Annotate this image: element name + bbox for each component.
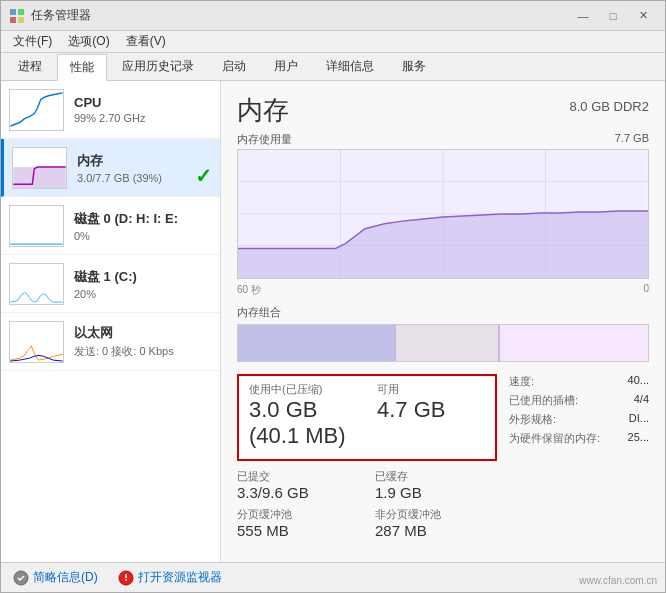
nonpaged-pool-value: 287 MB: [375, 522, 497, 539]
svg-point-16: [125, 579, 127, 581]
minimize-button[interactable]: —: [569, 5, 597, 27]
detail-title: 内存: [237, 93, 289, 128]
disk1-info: 磁盘 1 (C:) 20%: [74, 268, 212, 300]
comp-used-segment: [238, 325, 394, 361]
check-icon: ✓: [195, 164, 212, 188]
maximize-button[interactable]: □: [599, 5, 627, 27]
speed-row: 速度: 40...: [509, 374, 649, 389]
nonpaged-pool-stat: 非分页缓冲池 287 MB: [375, 507, 497, 539]
time-label-left: 60 秒: [237, 283, 261, 297]
tab-users[interactable]: 用户: [261, 53, 311, 80]
disk1-name: 磁盘 1 (C:): [74, 268, 212, 286]
comp-free-segment: [500, 325, 648, 361]
primary-stats-box: 使用中(已压缩) 3.0 GB (40.1 MB) 可用 4.7 GB: [237, 374, 497, 461]
title-bar-left: 任务管理器: [9, 7, 91, 24]
pool-stats-row: 分页缓冲池 555 MB 非分页缓冲池 287 MB: [237, 507, 497, 539]
tab-app-history[interactable]: 应用历史记录: [109, 53, 207, 80]
comp-standby-segment: [396, 325, 499, 361]
slots-row: 已使用的插槽: 4/4: [509, 393, 649, 408]
detail-stats-container: 使用中(已压缩) 3.0 GB (40.1 MB) 可用 4.7 GB: [237, 374, 649, 545]
chart-usage-label: 内存使用量: [237, 132, 292, 147]
available-stat: 可用 4.7 GB: [377, 382, 485, 449]
chart-usage-value: 7.7 GB: [615, 132, 649, 147]
used-label: 使用中(已压缩): [249, 382, 357, 397]
tab-process[interactable]: 进程: [5, 53, 55, 80]
tab-performance[interactable]: 性能: [57, 54, 107, 81]
committed-label: 已提交: [237, 469, 359, 484]
title-controls: — □ ✕: [569, 5, 657, 27]
cached-value: 1.9 GB: [375, 484, 497, 501]
sidebar-item-cpu[interactable]: CPU 99% 2.70 GHz: [1, 81, 220, 139]
app-icon: [9, 8, 25, 24]
cpu-thumbnail: [9, 89, 64, 131]
right-stats: 速度: 40... 已使用的插槽: 4/4 外形规格: DI... 为硬件保留的…: [509, 374, 649, 545]
detail-header: 内存 8.0 GB DDR2: [237, 93, 649, 128]
summary-link[interactable]: 简略信息(D): [13, 569, 98, 586]
sidebar-item-memory[interactable]: 内存 3.0/7.7 GB (39%) ✓: [1, 139, 220, 197]
speed-label: 速度:: [509, 374, 534, 389]
cpu-info: CPU 99% 2.70 GHz: [74, 95, 212, 124]
paged-pool-stat: 分页缓冲池 555 MB: [237, 507, 359, 539]
disk0-value: 0%: [74, 230, 212, 242]
disk0-info: 磁盘 0 (D: H: I: E: 0%: [74, 210, 212, 242]
monitor-label: 打开资源监视器: [138, 569, 222, 586]
close-button[interactable]: ✕: [629, 5, 657, 27]
speed-value: 40...: [628, 374, 649, 389]
committed-value: 3.3/9.6 GB: [237, 484, 359, 501]
task-manager-window: 任务管理器 — □ ✕ 文件(F) 选项(O) 查看(V) 进程 性能 应用历史…: [0, 0, 666, 593]
sidebar-item-disk1[interactable]: 磁盘 1 (C:) 20%: [1, 255, 220, 313]
svg-rect-2: [10, 17, 16, 23]
main-memory-chart: [237, 149, 649, 279]
tab-details[interactable]: 详细信息: [313, 53, 387, 80]
form-row: 外形规格: DI...: [509, 412, 649, 427]
reserved-label: 为硬件保留的内存:: [509, 431, 600, 446]
memory-composition-chart: [237, 324, 649, 362]
memory-thumbnail: [12, 147, 67, 189]
available-value: 4.7 GB: [377, 397, 485, 423]
disk1-thumbnail: [9, 263, 64, 305]
disk1-value: 20%: [74, 288, 212, 300]
paged-pool-label: 分页缓冲池: [237, 507, 359, 522]
nonpaged-pool-label: 非分页缓冲池: [375, 507, 497, 522]
committed-stat: 已提交 3.3/9.6 GB: [237, 469, 359, 501]
memory-name: 内存: [77, 152, 212, 170]
chart-time-labels: 60 秒 0: [237, 283, 649, 297]
menu-options[interactable]: 选项(O): [60, 31, 117, 52]
cpu-name: CPU: [74, 95, 212, 110]
sidebar-item-ethernet[interactable]: 以太网 发送: 0 接收: 0 Kbps: [1, 313, 220, 371]
available-label: 可用: [377, 382, 485, 397]
slots-value: 4/4: [634, 393, 649, 408]
summary-label: 简略信息(D): [33, 569, 98, 586]
form-label: 外形规格:: [509, 412, 556, 427]
svg-rect-0: [10, 9, 16, 15]
watermark: www.cfan.com.cn: [579, 575, 657, 586]
memory-value: 3.0/7.7 GB (39%): [77, 172, 212, 184]
reserved-value: 25...: [628, 431, 649, 446]
primary-stats-row: 使用中(已压缩) 3.0 GB (40.1 MB) 可用 4.7 GB: [249, 382, 485, 449]
ethernet-thumbnail: [9, 321, 64, 363]
ethernet-info: 以太网 发送: 0 接收: 0 Kbps: [74, 324, 212, 359]
tab-services[interactable]: 服务: [389, 53, 439, 80]
form-value: DI...: [629, 412, 649, 427]
summary-icon: [13, 570, 29, 586]
cpu-value: 99% 2.70 GHz: [74, 112, 212, 124]
main-content: CPU 99% 2.70 GHz 内存 3.0/7.7 GB (39%) ✓: [1, 81, 665, 562]
disk0-thumbnail: [9, 205, 64, 247]
ethernet-name: 以太网: [74, 324, 212, 342]
monitor-link[interactable]: 打开资源监视器: [118, 569, 222, 586]
detail-panel: 内存 8.0 GB DDR2 内存使用量 7.7 GB: [221, 81, 665, 562]
menu-view[interactable]: 查看(V): [118, 31, 174, 52]
sidebar-item-disk0[interactable]: 磁盘 0 (D: H: I: E: 0%: [1, 197, 220, 255]
cached-stat: 已缓存 1.9 GB: [375, 469, 497, 501]
window-title: 任务管理器: [31, 7, 91, 24]
tab-startup[interactable]: 启动: [209, 53, 259, 80]
svg-rect-3: [18, 17, 24, 23]
reserved-row: 为硬件保留的内存: 25...: [509, 431, 649, 446]
slots-label: 已使用的插槽:: [509, 393, 578, 408]
menu-bar: 文件(F) 选项(O) 查看(V): [1, 31, 665, 53]
detail-spec: 8.0 GB DDR2: [570, 99, 649, 114]
cached-label: 已缓存: [375, 469, 497, 484]
menu-file[interactable]: 文件(F): [5, 31, 60, 52]
time-label-right: 0: [643, 283, 649, 297]
bottom-bar: 简略信息(D) 打开资源监视器 www.cfan.com.cn: [1, 562, 665, 592]
